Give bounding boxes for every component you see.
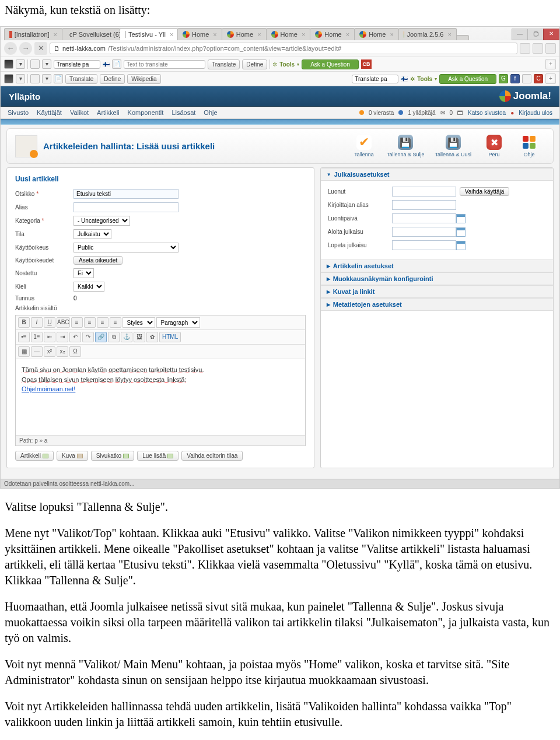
translate-button[interactable]: Translate (208, 59, 240, 69)
ask-question-button[interactable]: Ask a Question (302, 59, 359, 69)
browser-tab[interactable]: Home× (310, 28, 355, 40)
artikkeli-button[interactable]: Artikkeli (15, 451, 54, 461)
nostettu-select[interactable]: Ei (74, 268, 94, 278)
toolbar-icon[interactable]: 📄 (112, 59, 121, 69)
tools-label[interactable]: Tools (279, 61, 295, 68)
luelisaa-button[interactable]: Lue lisää (137, 451, 178, 461)
menu-valikot[interactable]: Valikot (70, 109, 89, 116)
table-icon[interactable]: ▦ (18, 346, 30, 357)
forward-icon[interactable]: → (19, 42, 32, 55)
logout-icon[interactable]: ● (510, 110, 514, 116)
toolbar-icon[interactable] (30, 59, 40, 69)
kirjoittajan-alias-input[interactable] (392, 200, 456, 210)
redo-icon[interactable]: ↷ (82, 332, 94, 342)
close-icon[interactable]: × (302, 31, 305, 38)
new-tab-button[interactable] (456, 35, 469, 40)
styles-select[interactable]: Styles (123, 317, 155, 328)
cb-icon[interactable]: CB (361, 59, 372, 69)
logout-link[interactable]: Kirjaudu ulos (519, 110, 552, 116)
minimize-icon[interactable]: — (512, 29, 528, 40)
luonut-input[interactable] (392, 187, 456, 197)
align-right-icon[interactable]: ≡ (97, 317, 108, 328)
dropdown-icon[interactable]: ▾ (42, 59, 51, 69)
tools-label[interactable]: Tools (417, 76, 432, 82)
browser-tab-active[interactable]: Testisivu - Yll× (120, 28, 178, 40)
dropdown-icon[interactable]: ▾ (16, 59, 25, 69)
menu-ohje[interactable]: Ohje (204, 109, 217, 116)
underline-icon[interactable]: U (44, 317, 55, 328)
sup-icon[interactable]: x₂ (57, 346, 68, 357)
cancel-button[interactable]: ✖Peru (478, 134, 510, 159)
kieli-select[interactable]: Kaikki (74, 282, 104, 292)
toolbar-icon[interactable] (30, 74, 40, 83)
help-button[interactable]: Ohje (513, 134, 545, 159)
define-button[interactable]: Define (242, 59, 267, 69)
save-close-button[interactable]: 💾Tallenna & Sulje (383, 134, 428, 159)
bookmark-icon[interactable] (520, 43, 530, 54)
paragraph-select[interactable]: Paragraph (156, 317, 200, 328)
align-center-icon[interactable]: ≡ (84, 317, 96, 328)
dropdown-icon[interactable]: ▾ (42, 74, 51, 83)
kategoria-select[interactable]: - Uncategorised (74, 216, 130, 226)
kuva-button[interactable]: Kuva (57, 451, 88, 461)
close-icon[interactable]: × (257, 31, 261, 38)
gear-icon[interactable]: ✲ (410, 76, 415, 82)
set-permissions-button[interactable]: Aseta oikeudet (74, 256, 123, 265)
otsikko-input[interactable] (74, 189, 178, 199)
facebook-icon[interactable]: f (510, 74, 520, 83)
undo-icon[interactable]: ↶ (69, 332, 81, 342)
list-ul-icon[interactable]: •≡ (18, 332, 30, 342)
accordion-kuvat-linkit[interactable]: Kuvat ja linkit (321, 285, 553, 298)
luontipaiva-input[interactable] (392, 213, 456, 223)
vaihda-editori-button[interactable]: Vaihda editorin tilaa (181, 451, 243, 461)
address-bar[interactable]: 🗋 netti-lakka.com/Testisivu/administrato… (50, 43, 517, 54)
close-icon[interactable]: × (447, 31, 451, 38)
translate-button[interactable]: Translate (65, 74, 97, 84)
view-site-link[interactable]: Katso sivustoa (468, 110, 506, 116)
maximize-icon[interactable]: ▢ (527, 29, 544, 40)
accordion-muokkausnakyma[interactable]: Muokkausnäkymän konfigurointi (321, 272, 553, 285)
calendar-icon[interactable] (456, 214, 466, 223)
sub-icon[interactable]: x² (44, 346, 55, 357)
browser-tab[interactable]: Home× (177, 28, 222, 40)
gear-icon[interactable]: ✲ (272, 61, 277, 68)
tila-select[interactable]: Julkaistu (74, 229, 111, 239)
magnify-icon[interactable] (533, 43, 543, 54)
dropdown-icon[interactable]: ▾ (16, 74, 25, 83)
sivukatko-button[interactable]: Sivukatko (91, 451, 134, 461)
browser-tab[interactable]: cP Sovellukset (6)× (62, 28, 120, 40)
calendar-icon[interactable] (456, 227, 466, 237)
kaytto-select[interactable]: Public (74, 243, 178, 252)
strike-icon[interactable]: ABC (57, 317, 70, 328)
calendar-icon[interactable] (456, 241, 466, 250)
wikipedia-button[interactable]: Wikipedia (127, 74, 160, 84)
view-icon[interactable]: 🗔 (457, 110, 463, 116)
menu-sivusto[interactable]: Sivusto (8, 109, 29, 116)
menu-kayttajat[interactable]: Käyttäjät (37, 109, 62, 116)
ask-question-button[interactable]: Ask a Question (439, 74, 496, 84)
vaihda-kayttaja-button[interactable]: Vaihda käyttäjä (460, 187, 510, 196)
unlink-icon[interactable]: ⧉ (108, 332, 120, 342)
anchor-icon[interactable]: ⚓ (121, 332, 132, 342)
add-icon[interactable]: + (545, 73, 556, 84)
toolbar-icon[interactable] (4, 59, 13, 69)
close-icon[interactable]: × (346, 31, 349, 38)
toolbar-icon[interactable]: 📄 (54, 74, 63, 83)
accordion-julkaisu[interactable]: Julkaisuasetukset (321, 168, 553, 181)
accordion-artikkelin-asetukset[interactable]: Artikkelin asetukset (321, 259, 553, 272)
text-to-translate-input[interactable] (124, 60, 205, 69)
close-icon[interactable]: × (170, 31, 173, 38)
clean-icon[interactable]: ✿ (146, 332, 158, 342)
close-icon[interactable]: × (54, 31, 57, 38)
accordion-metatiedot[interactable]: Metatietojen asetukset (321, 298, 553, 311)
list-ol-icon[interactable]: 1≡ (31, 332, 43, 342)
browser-tab[interactable]: [Installatron]× (4, 28, 62, 40)
translate-select[interactable] (352, 75, 398, 83)
italic-icon[interactable]: I (31, 317, 43, 328)
html-icon[interactable]: HTML (159, 332, 181, 342)
indent-icon[interactable]: ⇥ (57, 332, 68, 342)
close-icon[interactable]: × (213, 31, 216, 38)
back-icon[interactable]: ← (4, 42, 17, 55)
link-icon[interactable]: 🔗 (95, 332, 107, 342)
save-button[interactable]: ✔Tallenna (348, 134, 380, 159)
